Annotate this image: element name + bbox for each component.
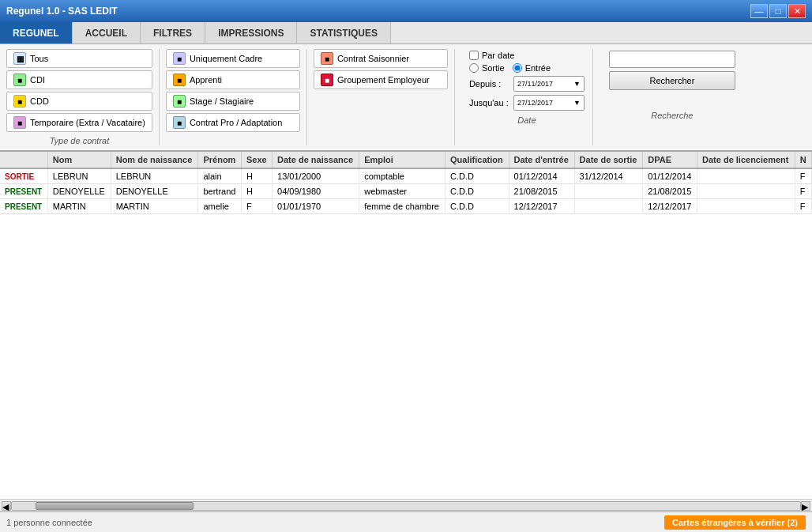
btn-apprenti[interactable]: ■ Apprenti (166, 70, 300, 89)
cell-6: comptable (359, 168, 445, 184)
table-row[interactable]: SORTIELEBRUNLEBRUNalainH13/01/2000compta… (0, 168, 812, 184)
col-dpae: DPAE (643, 152, 697, 168)
table-row[interactable]: PRESENTMARTINMARTINamelieF01/01/1970femm… (0, 199, 812, 214)
entree-radio[interactable] (513, 63, 522, 73)
scrollbar-thumb[interactable] (36, 502, 194, 510)
search-input[interactable] (609, 51, 735, 68)
horizontal-scrollbar[interactable]: ◀ ▶ (0, 499, 812, 511)
cell-2: DENOYELLE (111, 184, 198, 199)
table-row[interactable]: PRESENTDENOYELLEDENOYELLEbertrandH04/09/… (0, 184, 812, 199)
scrollbar-track[interactable] (11, 501, 801, 511)
icon-cadre: ■ (173, 52, 186, 65)
col-emploi: Emploi (359, 152, 445, 168)
cell-4: F (241, 199, 272, 214)
col-date-entree: Date d'entrée (509, 152, 574, 168)
btn-saisonnier[interactable]: ■ Contrat Saisonnier (314, 49, 448, 68)
rechercher-button[interactable]: Rechercher (609, 71, 735, 90)
btn-contrat-pro-label: Contrat Pro / Adaptation (190, 118, 282, 127)
btn-groupement[interactable]: ■ Groupement Employeur (314, 70, 448, 89)
col-date-naissance: Date de naissance (273, 152, 359, 168)
btn-stage[interactable]: ■ Stage / Stagiaire (166, 92, 300, 111)
window-controls[interactable]: — □ ✕ (750, 4, 806, 18)
cell-1: LEBRUN (47, 168, 111, 184)
sortie-radio-label[interactable]: Sortie (469, 63, 505, 73)
col-date-licenciement: Date de licenciement (697, 152, 795, 168)
entree-label: Entrée (525, 63, 551, 73)
sortie-radio[interactable] (469, 63, 479, 73)
data-table: Nom Nom de naissance Prénom Sexe Date de… (0, 152, 812, 214)
cell-0: PRESENT (0, 199, 47, 214)
cell-9: 31/12/2014 (574, 168, 643, 184)
cell-3: amelie (198, 199, 242, 214)
tab-accueil[interactable]: ACCUEIL (73, 22, 141, 43)
cell-10: 21/08/2015 (643, 184, 697, 199)
jusquau-label: Jusqu'au : (469, 98, 509, 108)
col-prenom: Prénom (198, 152, 242, 168)
tab-regunel[interactable]: REGUNEL (0, 22, 73, 43)
col-qualification: Qualification (445, 152, 509, 168)
icon-cdi: ■ (13, 74, 26, 86)
btn-cadre-label: Uniquement Cadre (190, 54, 262, 63)
cell-7: C.D.D (445, 199, 509, 214)
cell-10: 01/12/2014 (643, 168, 697, 184)
cell-4: H (241, 168, 272, 184)
btn-cadre[interactable]: ■ Uniquement Cadre (166, 49, 300, 68)
date-section: Par date Sortie Entrée Depuis : 27/11/20… (461, 49, 593, 145)
cell-0: PRESENT (0, 184, 47, 199)
btn-temporaire-label: Temporaire (Extra / Vacataire) (30, 118, 145, 127)
btn-tous-label: Tous (30, 54, 48, 63)
btn-temporaire[interactable]: ■ Temporaire (Extra / Vacataire) (6, 113, 152, 132)
depuis-label: Depuis : (469, 79, 509, 89)
recherche-section: Rechercher Recherche (601, 49, 743, 145)
btn-groupement-label: Groupement Employeur (337, 75, 430, 85)
jusquau-input[interactable]: 27/12/2017 ▼ (513, 95, 585, 111)
depuis-input[interactable]: 27/11/2017 ▼ (513, 76, 585, 92)
btn-cdi-label: CDI (30, 75, 45, 85)
maximize-button[interactable]: □ (769, 4, 787, 18)
par-date-checkbox[interactable] (469, 51, 479, 60)
entree-radio-label[interactable]: Entrée (513, 63, 551, 73)
cell-8: 12/12/2017 (509, 199, 574, 214)
tab-impressions[interactable]: IMPRESSIONS (205, 22, 297, 43)
icon-apprenti: ■ (173, 74, 186, 86)
cell-4: H (241, 184, 272, 199)
cell-1: MARTIN (47, 199, 111, 214)
btn-cdi[interactable]: ■ CDI (6, 70, 152, 89)
icon-groupement: ■ (321, 74, 333, 86)
cell-10: 12/12/2017 (643, 199, 697, 214)
btn-cdd-label: CDD (30, 96, 49, 106)
toolbar: ▦ Tous ■ CDI ■ CDD ■ Temporaire (Extra /… (0, 44, 812, 152)
icon-stage: ■ (173, 95, 186, 108)
par-date-row: Par date (469, 51, 585, 60)
col-sexe: Sexe (241, 152, 272, 168)
cell-12: F (795, 199, 811, 214)
tab-filtres[interactable]: FILTRES (141, 22, 205, 43)
col-nom: Nom (47, 152, 111, 168)
minimize-button[interactable]: — (750, 4, 768, 18)
scroll-left-btn[interactable]: ◀ (2, 501, 11, 511)
btn-contrat-pro[interactable]: ■ Contrat Pro / Adaptation (166, 113, 300, 132)
title-bar: Regunel 1.0 - SAS LEDIT — □ ✕ (0, 0, 812, 22)
btn-cdd[interactable]: ■ CDD (6, 92, 152, 111)
btn-tous[interactable]: ▦ Tous (6, 49, 152, 68)
cell-11 (697, 168, 795, 184)
cell-0: SORTIE (0, 168, 47, 184)
tab-statistiques[interactable]: STATISTIQUES (297, 22, 391, 43)
alert-button[interactable]: Cartes étrangères à vérifier (2) (664, 515, 806, 530)
icon-temp: ■ (13, 116, 26, 129)
cell-11 (697, 199, 795, 214)
col-nom-naissance: Nom de naissance (111, 152, 198, 168)
close-button[interactable]: ✕ (788, 4, 806, 18)
icon-contrat-pro: ■ (173, 116, 186, 129)
depuis-dropdown-icon[interactable]: ▼ (573, 80, 581, 88)
radio-row: Sortie Entrée (469, 63, 585, 73)
jusquau-dropdown-icon[interactable]: ▼ (573, 99, 581, 107)
par-date-label: Par date (482, 51, 515, 60)
scroll-right-btn[interactable]: ▶ (801, 501, 810, 511)
cell-6: webmaster (359, 184, 445, 199)
par-date-checkbox-label[interactable]: Par date (469, 51, 515, 60)
col-status (0, 152, 47, 168)
icon-tous: ▦ (13, 52, 26, 65)
cell-12: F (795, 168, 811, 184)
cell-7: C.D.D (445, 168, 509, 184)
